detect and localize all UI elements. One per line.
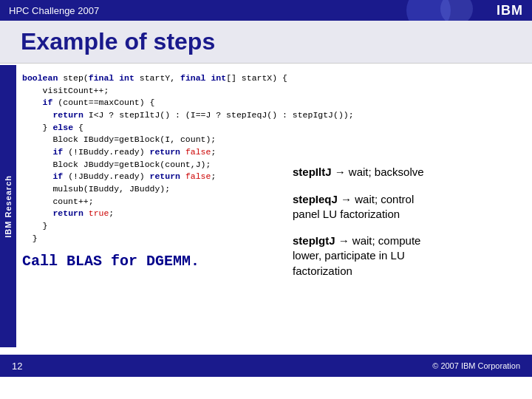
annotation-3: stepIgtJ → wait; computelower, participa…	[293, 233, 511, 279]
page-number: 12	[12, 361, 22, 372]
page-title: Example of steps	[21, 28, 215, 55]
code-line-3: if (count==maxCount) {	[22, 97, 273, 109]
call-blas-label: Call BLAS for DGEMM.	[22, 253, 200, 270]
annotation-1-arrow: →	[335, 165, 346, 180]
code-line-5: } else {	[22, 122, 273, 134]
code-line-1: boolean step(final int startY, final int…	[22, 72, 273, 85]
ibm-research-label: IBM Research	[4, 175, 13, 238]
annotation-2-arrow: →	[341, 192, 352, 207]
annotation-3-arrow: →	[338, 233, 349, 248]
bottom-bar: 12 © 2007 IBM Corporation	[0, 355, 532, 377]
code-line-8: Block JBuddy=getBlock(count,J);	[22, 159, 273, 171]
annotations-panel: stepIltJ → wait; backsolve stepIeqJ → wa…	[285, 72, 511, 371]
ibm-research-sidebar: IBM Research	[0, 65, 16, 347]
annotation-1-term: stepIltJ	[293, 166, 332, 178]
main-content: IBM Research Example of steps boolean st…	[0, 21, 532, 377]
code-line-13: }	[22, 220, 273, 233]
annotation-3-term: stepIgtJ	[293, 234, 335, 247]
code-line-14: }	[22, 233, 273, 245]
annotation-2: stepIeqJ → wait; controlpanel LU factori…	[293, 192, 511, 222]
code-block: boolean step(final int startY, final int…	[22, 72, 273, 371]
annotation-1-desc: wait; backsolve	[349, 166, 424, 178]
code-line-7: if (!IBuddy.ready) return false;	[22, 146, 273, 159]
copyright: © 2007 IBM Corporation	[432, 361, 520, 370]
code-line-9: if (!JBuddy.ready) return false;	[22, 171, 273, 183]
code-line-2: visitCount++;	[22, 85, 273, 98]
annotation-2-term: stepIeqJ	[293, 193, 338, 205]
page-title-bar: Example of steps	[0, 21, 532, 64]
code-line-4: return I<J ? stepIltJ() : (I==J ? stepIe…	[22, 109, 273, 122]
code-line-6: Block IBuddy=getBlock(I, count);	[22, 134, 273, 146]
code-line-12: return true;	[22, 208, 273, 220]
code-line-11: count++;	[22, 196, 273, 208]
content-area: boolean step(final int startY, final int…	[0, 64, 532, 377]
topbar: HPC Challenge 2007 IBM	[0, 0, 532, 21]
ibm-logo: IBM	[497, 3, 523, 18]
code-line-10: mulsub(IBuddy, JBuddy);	[22, 183, 273, 196]
topbar-title: HPC Challenge 2007	[9, 5, 99, 16]
annotation-1: stepIltJ → wait; backsolve	[293, 165, 511, 180]
